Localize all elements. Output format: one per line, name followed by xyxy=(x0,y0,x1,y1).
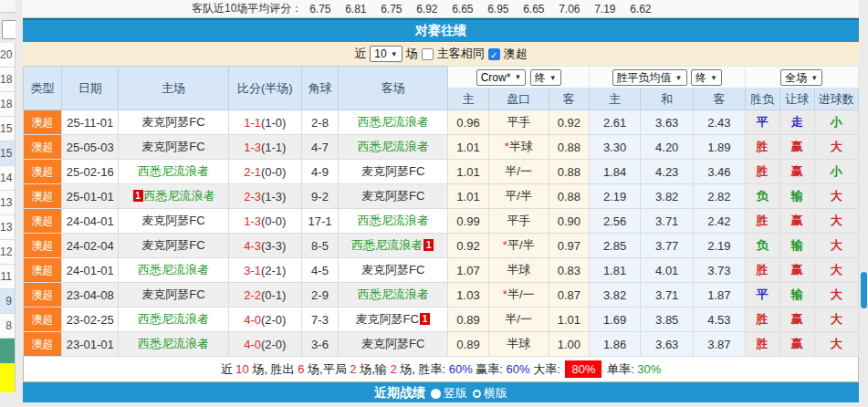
left-strip-number: 18 xyxy=(0,92,16,117)
wdl-final-select[interactable]: 终▼ xyxy=(691,69,722,86)
main-panel: 客队近10场平均评分： 6.756.816.756.926.656.956.65… xyxy=(23,0,859,402)
league-badge: 澳超 xyxy=(24,283,62,308)
col-header-result-hcap: 让球 xyxy=(779,89,814,110)
corner-score: 7-3 xyxy=(301,308,338,332)
result-wdl: 负 xyxy=(745,184,779,209)
half-time-score: (2-0) xyxy=(261,313,286,327)
odds-away: 2.43 xyxy=(694,110,745,135)
handicap-away-odds: 0.92 xyxy=(549,110,589,135)
league-badge: 澳超 xyxy=(24,135,62,160)
table-row: 澳超24-04-01麦克阿瑟FC1-3(0-0)17-1西悉尼流浪者0.99平手… xyxy=(24,209,859,234)
result-wdl: 平 xyxy=(745,283,779,308)
handicap-home-odds: 0.89 xyxy=(448,308,488,332)
match-date: 23-02-25 xyxy=(62,308,119,332)
half-time-score: (0-0) xyxy=(261,214,286,228)
score: 2-1(0-0) xyxy=(228,160,301,184)
wdl-mean-select[interactable]: 胜平负均值▼ xyxy=(612,69,687,86)
result-wdl: 胜 xyxy=(745,308,779,332)
away-team: 麦克阿瑟FC xyxy=(339,332,448,357)
home-team-name: 西悉尼流浪者 xyxy=(138,164,209,178)
horizontal-layout-radio[interactable]: 横版 xyxy=(473,385,507,402)
handicap-away-odds: 1.00 xyxy=(549,332,589,357)
bookmaker-select[interactable]: Crow*▼ xyxy=(476,69,527,86)
handicap-final-select[interactable]: 终▼ xyxy=(530,69,561,86)
result-handicap: 赢 xyxy=(779,332,814,357)
away-team-name: 西悉尼流浪者 xyxy=(351,238,423,252)
avg-rating-value: 6.75 xyxy=(302,3,338,16)
league-badge: 澳超 xyxy=(24,110,62,135)
red-card-badge: 1 xyxy=(424,239,434,251)
match-date: 25-11-01 xyxy=(62,110,119,135)
away-team: 西悉尼流浪者1 xyxy=(339,234,448,258)
table-row: 澳超25-02-16西悉尼流浪者2-1(0-0)4-9麦克阿瑟FC1.01半/一… xyxy=(24,160,859,184)
handicap-dropdown-group: Crow*▼ 终▼ xyxy=(448,67,590,89)
odds-away: 1.87 xyxy=(694,283,745,308)
home-team: 西悉尼流浪者 xyxy=(119,160,228,184)
same-venue-label: 主客相同 xyxy=(437,46,485,62)
result-handicap: 走 xyxy=(779,110,814,135)
summary-segment: 2 xyxy=(390,362,396,376)
handicap-away-odds: 0.97 xyxy=(549,234,589,258)
match-date: 23-04-08 xyxy=(62,283,119,308)
home-team: 麦克阿瑟FC xyxy=(119,209,228,234)
full-match-select[interactable]: 全场▼ xyxy=(780,69,822,86)
odds-home: 2.85 xyxy=(589,234,640,258)
match-count-select[interactable]: 10 ▼ xyxy=(370,46,402,62)
table-row: 澳超25-01-011西悉尼流浪者2-3(1-3)9-2麦克阿瑟FC1.01平/… xyxy=(24,184,859,209)
odds-home: 3.30 xyxy=(589,135,640,160)
table-row: 澳超24-01-01西悉尼流浪者3-1(2-1)4-5麦克阿瑟FC1.07半球0… xyxy=(24,258,859,283)
col-header-odds-draw: 和 xyxy=(641,89,694,110)
corner-score: 2-8 xyxy=(301,110,338,135)
radio-selected-icon xyxy=(431,389,441,399)
handicap-home-odds: 1.03 xyxy=(448,283,488,308)
league-badge: 澳超 xyxy=(24,308,62,332)
full-time-score: 4-3 xyxy=(244,239,261,253)
avg-rating-value: 6.62 xyxy=(622,3,658,16)
result-wdl: 胜 xyxy=(745,160,779,184)
away-team-name: 麦克阿瑟FC xyxy=(356,312,419,326)
left-strip-yellow-cell xyxy=(0,363,16,392)
result-goals: 小 xyxy=(814,160,858,184)
match-date: 25-05-03 xyxy=(62,135,119,160)
corner-score: 4-5 xyxy=(301,258,338,283)
col-header-odds-home: 主 xyxy=(589,89,640,110)
score: 4-0(2-0) xyxy=(228,308,301,332)
avg-rating-value: 6.65 xyxy=(444,3,480,16)
league-filter-label: 澳超 xyxy=(504,46,528,62)
section-title: 对赛往绩 xyxy=(415,23,466,39)
odds-away: 4.53 xyxy=(694,308,745,332)
handicap-line: *半/一 xyxy=(488,283,549,308)
wdl-dropdown-group: 胜平负均值▼ 终▼ xyxy=(589,67,745,89)
handicap-away-odds: 0.88 xyxy=(549,135,589,160)
away-team: 麦克阿瑟FC xyxy=(339,258,448,283)
same-venue-checkbox[interactable] xyxy=(422,48,434,60)
corner-score: 3-6 xyxy=(301,332,338,357)
full-time-score: 1-3 xyxy=(244,141,261,154)
summary-segment: 场,输 xyxy=(357,361,391,378)
head-to-head-table: 类型 日期 主场 比分(半场) 角球 客场 Crow*▼ 终▼ 胜平负均值▼ 终… xyxy=(23,66,859,357)
summary-row: 近 10 场, 胜出 6 场,平局 2 场,输 2 场, 胜率: 60% 赢率:… xyxy=(23,357,859,382)
red-card-badge: 1 xyxy=(133,190,143,202)
odds-draw: 3.71 xyxy=(641,283,694,308)
score: 4-0(2-0) xyxy=(228,332,301,357)
score: 2-2(0-1) xyxy=(228,283,301,308)
handicap-home-odds: 0.89 xyxy=(448,332,488,357)
col-header-result-wdl: 胜负 xyxy=(745,89,779,110)
avg-rating-value: 6.75 xyxy=(373,3,409,16)
left-strip-green-cell xyxy=(0,339,16,363)
home-team-name: 麦克阿瑟FC xyxy=(141,140,204,153)
scrollbar-thumb[interactable] xyxy=(861,272,867,308)
table-row: 澳超23-04-08麦克阿瑟FC2-2(0-1)2-9西悉尼流浪者1.03*半/… xyxy=(24,283,859,308)
away-team: 麦克阿瑟FC1 xyxy=(339,308,448,332)
full-time-score: 4-0 xyxy=(244,338,261,351)
handicap-line: *半球 xyxy=(488,135,549,160)
league-checkbox[interactable]: ✓ xyxy=(488,48,500,60)
home-team: 麦克阿瑟FC xyxy=(119,110,228,135)
left-strip-number: 9 xyxy=(0,289,16,314)
score: 1-3(0-0) xyxy=(228,209,301,234)
avg-rating-label: 客队近10场平均评分： xyxy=(192,1,302,16)
handicap-line-text: 平手 xyxy=(507,115,530,129)
result-handicap: 赢 xyxy=(779,135,814,160)
vertical-layout-radio[interactable]: 竖版 xyxy=(431,385,467,402)
home-team: 西悉尼流浪者 xyxy=(119,332,228,357)
